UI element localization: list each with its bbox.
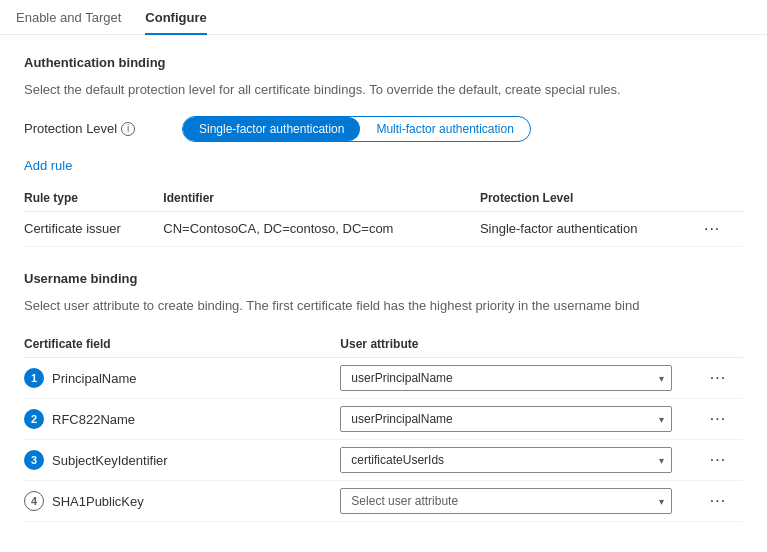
col-user-attr: User attribute — [340, 331, 700, 358]
cert-table-row: 1 PrincipalName userPrincipalNamecertifi… — [24, 358, 743, 399]
select-wrapper: userPrincipalNamecertificateUserIdsSelec… — [340, 406, 672, 432]
cert-row-ellipsis-btn[interactable]: ··· — [706, 492, 730, 510]
user-attr-cell: userPrincipalNamecertificateUserIdsSelec… — [340, 358, 700, 399]
select-wrapper: userPrincipalNamecertificateUserIdsSelec… — [340, 488, 672, 514]
cert-row-ellipsis-btn[interactable]: ··· — [706, 369, 730, 387]
cert-table-row: 2 RFC822Name userPrincipalNamecertificat… — [24, 399, 743, 440]
username-binding-description: Select user attribute to create binding.… — [24, 296, 743, 316]
row-actions: ··· — [700, 410, 743, 428]
cert-field-cell: 3 SubjectKeyIdentifier — [24, 440, 340, 481]
rule-actions-cell: ··· — [700, 211, 743, 246]
col-protection-level: Protection Level — [480, 185, 700, 212]
cert-row-actions: ··· — [700, 399, 743, 440]
col-rule-type: Rule type — [24, 185, 163, 212]
auth-binding-description: Select the default protection level for … — [24, 80, 743, 100]
rule-protection-level-cell: Single-factor authentication — [480, 211, 700, 246]
main-content: Authentication binding Select the defaul… — [0, 35, 767, 542]
info-icon[interactable]: i — [121, 122, 135, 136]
user-attr-select[interactable]: userPrincipalNamecertificateUserIdsSelec… — [340, 406, 672, 432]
cert-field-cell: 2 RFC822Name — [24, 399, 340, 440]
cert-field-name: 1 PrincipalName — [24, 368, 340, 388]
table-row: Certificate issuer CN=ContosoCA, DC=cont… — [24, 211, 743, 246]
tab-enable-target[interactable]: Enable and Target — [16, 0, 121, 35]
protection-level-text: Protection Level — [24, 121, 117, 136]
col-actions-header — [700, 185, 743, 212]
cert-field-name: 3 SubjectKeyIdentifier — [24, 450, 340, 470]
field-badge: 1 — [24, 368, 44, 388]
field-badge: 4 — [24, 491, 44, 511]
tab-configure[interactable]: Configure — [145, 0, 206, 35]
row-actions: ··· — [700, 369, 743, 387]
select-wrapper: userPrincipalNamecertificateUserIdsSelec… — [340, 447, 672, 473]
field-badge: 3 — [24, 450, 44, 470]
user-attr-select[interactable]: userPrincipalNamecertificateUserIdsSelec… — [340, 365, 672, 391]
cert-row-actions: ··· — [700, 440, 743, 481]
cert-row-actions: ··· — [700, 358, 743, 399]
user-attr-cell: userPrincipalNamecertificateUserIdsSelec… — [340, 399, 700, 440]
multi-factor-btn[interactable]: Multi-factor authentication — [360, 117, 529, 141]
col-identifier: Identifier — [163, 185, 480, 212]
cert-field-cell: 4 SHA1PublicKey — [24, 481, 340, 522]
user-attr-select[interactable]: userPrincipalNamecertificateUserIdsSelec… — [340, 447, 672, 473]
user-attr-cell: userPrincipalNamecertificateUserIdsSelec… — [340, 481, 700, 522]
col-cert-actions — [700, 331, 743, 358]
tab-bar: Enable and Target Configure — [0, 0, 767, 35]
auth-binding-title: Authentication binding — [24, 55, 743, 70]
row-actions: ··· — [700, 492, 743, 510]
rule-type-cell: Certificate issuer — [24, 211, 163, 246]
cert-field-cell: 1 PrincipalName — [24, 358, 340, 399]
cert-row-ellipsis-btn[interactable]: ··· — [706, 451, 730, 469]
field-name-text: SHA1PublicKey — [52, 494, 144, 509]
rule-ellipsis-btn[interactable]: ··· — [700, 220, 724, 238]
cert-row-actions: ··· — [700, 481, 743, 522]
select-wrapper: userPrincipalNamecertificateUserIdsSelec… — [340, 365, 672, 391]
username-binding-section: Username binding Select user attribute t… — [24, 271, 743, 523]
row-actions: ··· — [700, 451, 743, 469]
identifier-cell: CN=ContosoCA, DC=contoso, DC=com — [163, 211, 480, 246]
user-attr-cell: userPrincipalNamecertificateUserIdsSelec… — [340, 440, 700, 481]
protection-level-row: Protection Level i Single-factor authent… — [24, 116, 743, 142]
single-factor-btn[interactable]: Single-factor authentication — [183, 117, 360, 141]
rules-table: Rule type Identifier Protection Level Ce… — [24, 185, 743, 247]
col-cert-field: Certificate field — [24, 331, 340, 358]
field-badge: 2 — [24, 409, 44, 429]
field-name-text: RFC822Name — [52, 412, 135, 427]
username-binding-title: Username binding — [24, 271, 743, 286]
protection-level-toggle: Single-factor authentication Multi-facto… — [182, 116, 531, 142]
cert-table-row: 4 SHA1PublicKey userPrincipalNamecertifi… — [24, 481, 743, 522]
field-name-text: PrincipalName — [52, 371, 137, 386]
protection-level-label: Protection Level i — [24, 121, 174, 136]
add-rule-link[interactable]: Add rule — [24, 158, 72, 173]
cert-table-row: 3 SubjectKeyIdentifier userPrincipalName… — [24, 440, 743, 481]
cert-row-ellipsis-btn[interactable]: ··· — [706, 410, 730, 428]
field-name-text: SubjectKeyIdentifier — [52, 453, 168, 468]
cert-field-name: 2 RFC822Name — [24, 409, 340, 429]
cert-fields-table: Certificate field User attribute 1 Princ… — [24, 331, 743, 522]
cert-field-name: 4 SHA1PublicKey — [24, 491, 340, 511]
user-attr-select[interactable]: userPrincipalNamecertificateUserIdsSelec… — [340, 488, 672, 514]
